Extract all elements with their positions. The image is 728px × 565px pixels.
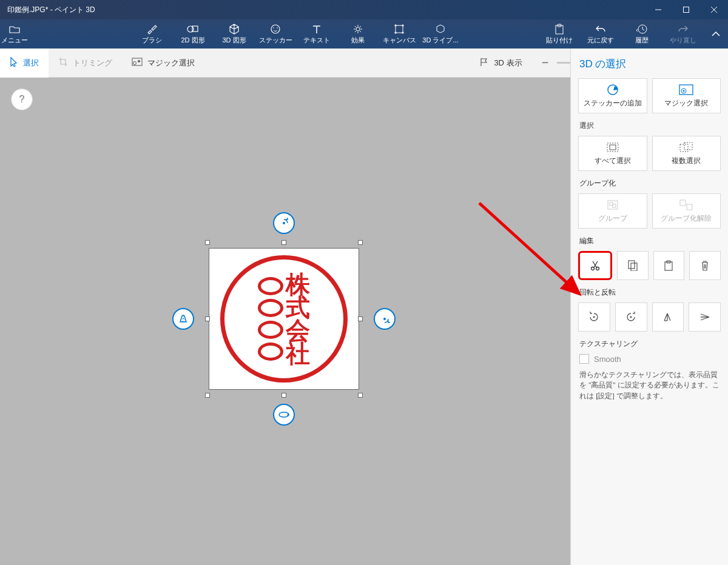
undo-button[interactable]: 元に戻す [580, 19, 621, 48]
brushes-button[interactable]: ブラシ [131, 19, 172, 48]
window-title: 印鑑例.JPG* - ペイント 3D [7, 5, 644, 15]
side-panel: 3D の選択 ステッカーの追加 マジック選択 選択 すべて選択 複数選択 グルー… [570, 48, 728, 565]
canvas-image[interactable]: 株式会社 [209, 248, 359, 390]
ungroup-button: グループ化解除 [652, 193, 721, 229]
flip-horizontal-button[interactable] [652, 303, 684, 332]
resize-handle[interactable] [281, 240, 286, 245]
3d-shapes-button[interactable]: 3D 図形 [214, 19, 255, 48]
svg-rect-10 [396, 25, 403, 33]
svg-rect-25 [610, 145, 616, 150]
rotate-right-icon [625, 311, 636, 323]
svg-rect-31 [680, 200, 686, 206]
seal-text: 株式会社 [286, 273, 310, 365]
flip-v-icon [699, 311, 710, 323]
rotate-z-gizmo[interactable] [273, 404, 295, 426]
smooth-checkbox-row[interactable]: Smooth [579, 354, 720, 364]
zoom-out-button[interactable]: − [538, 56, 553, 70]
seal-oval [258, 321, 283, 339]
svg-point-6 [271, 25, 280, 33]
magic-select-icon [679, 84, 693, 96]
svg-point-39 [593, 316, 595, 318]
rotate-left-icon [588, 311, 599, 323]
svg-point-40 [630, 316, 632, 318]
svg-point-33 [591, 267, 594, 270]
rotate-left-button[interactable] [578, 303, 610, 332]
resize-handle[interactable] [205, 240, 210, 245]
rotate-y-gizmo[interactable] [374, 308, 396, 330]
scissors-icon [590, 259, 600, 272]
svg-point-23 [683, 90, 685, 92]
magic-select-icon [132, 58, 143, 68]
resize-handle[interactable] [358, 316, 363, 321]
copy-icon [628, 259, 638, 272]
undo-icon [595, 24, 606, 35]
redo-button[interactable]: やり直し [662, 19, 704, 48]
selection-box[interactable]: 株式会社 [205, 240, 363, 398]
menu-button[interactable]: メニュー [0, 19, 29, 48]
resize-handle[interactable] [358, 393, 363, 398]
svg-point-17 [279, 412, 289, 417]
magic-select-button[interactable]: マジック選択 [652, 78, 721, 113]
panel-title: 3D の選択 [578, 48, 721, 78]
minimize-button[interactable] [644, 0, 672, 19]
3d-view-button[interactable]: 3D 表示 [470, 48, 531, 78]
folder-icon [9, 24, 20, 35]
flip-vertical-button[interactable] [689, 303, 721, 332]
select-all-button[interactable]: すべて選択 [578, 136, 647, 171]
section-label-select: 選択 [579, 121, 720, 131]
history-icon [636, 24, 647, 35]
2d-shapes-button[interactable]: 2D 図形 [172, 19, 214, 48]
help-button[interactable]: ? [11, 89, 33, 110]
text-button[interactable]: テキスト [296, 19, 337, 48]
copy-button[interactable] [617, 251, 649, 280]
select-tool-button[interactable]: 選択 [0, 48, 49, 78]
cut-button[interactable] [578, 251, 612, 280]
rotate-x-gizmo[interactable] [273, 212, 295, 234]
section-label-edit: 編集 [579, 236, 720, 246]
delete-button[interactable] [689, 251, 721, 280]
paste-edit-button[interactable] [653, 251, 685, 280]
svg-rect-30 [613, 204, 616, 207]
section-label-group: グループ化 [579, 178, 720, 189]
paste-button[interactable]: 貼り付け [539, 19, 580, 48]
svg-point-8 [277, 27, 278, 28]
redo-icon [678, 24, 689, 35]
smooth-checkbox[interactable] [579, 354, 589, 364]
add-sticker-button[interactable]: ステッカーの追加 [578, 78, 647, 113]
seal-oval [258, 277, 283, 295]
depth-gizmo[interactable] [172, 308, 194, 330]
ungroup-icon [679, 199, 693, 211]
stickers-button[interactable]: ステッカー [255, 19, 296, 48]
cursor-icon [10, 57, 18, 69]
svg-rect-24 [607, 143, 618, 152]
canvas-area[interactable]: ? 株式会社 [0, 78, 570, 565]
canvas-button[interactable]: キャンバス [379, 19, 420, 48]
title-bar: 印鑑例.JPG* - ペイント 3D [0, 0, 728, 19]
texturing-hint: 滑らかなテクスチャリングでは、表示品質を "高品質" に設定する必要があります。… [579, 370, 720, 401]
resize-handle[interactable] [281, 393, 286, 398]
multi-select-button[interactable]: 複数選択 [652, 136, 721, 171]
svg-point-18 [383, 318, 386, 320]
effects-button[interactable]: 効果 [337, 19, 379, 48]
resize-handle[interactable] [205, 316, 210, 321]
2d-shapes-icon [187, 24, 199, 35]
select-all-icon [607, 141, 619, 153]
resize-handle[interactable] [358, 240, 363, 245]
smooth-label: Smooth [594, 355, 621, 364]
3d-library-button[interactable]: 3D ライブ... [420, 19, 461, 48]
brush-icon [146, 24, 157, 35]
close-button[interactable] [700, 0, 728, 19]
rotate-right-button[interactable] [615, 303, 647, 332]
effects-icon [352, 24, 363, 35]
paste-icon [554, 24, 564, 35]
collapse-ribbon-button[interactable] [704, 32, 728, 36]
magic-select-tool-button[interactable]: マジック選択 [122, 48, 204, 78]
multi-select-icon [679, 141, 693, 153]
maximize-button[interactable] [672, 0, 700, 19]
svg-point-7 [273, 27, 274, 28]
seal-oval [258, 299, 283, 317]
history-button[interactable]: 履歴 [621, 19, 662, 48]
library-icon [435, 24, 446, 35]
crop-tool-button[interactable]: トリミング [49, 48, 122, 78]
resize-handle[interactable] [205, 393, 210, 398]
